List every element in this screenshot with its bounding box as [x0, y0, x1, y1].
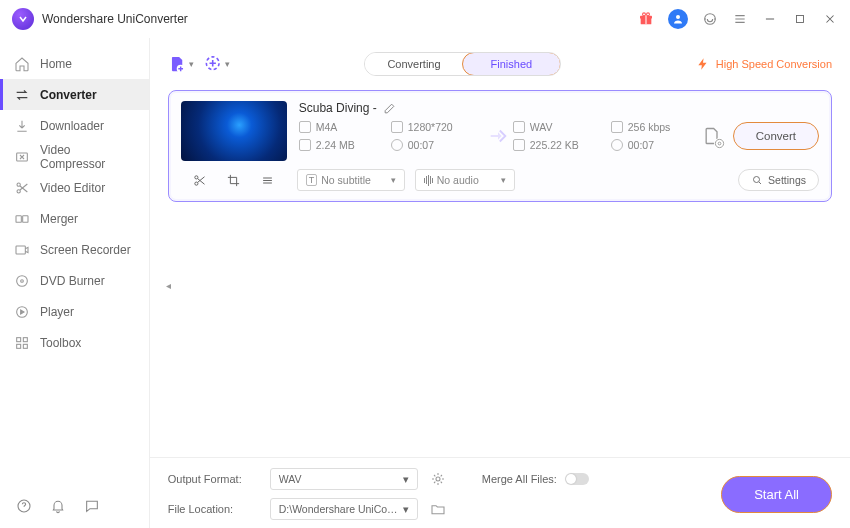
- src-filesize: 2.24 MB: [316, 139, 355, 151]
- svg-point-5: [676, 15, 680, 19]
- close-button[interactable]: [822, 11, 838, 27]
- convert-button[interactable]: Convert: [733, 122, 819, 150]
- merge-toggle[interactable]: [565, 473, 589, 485]
- svg-point-25: [718, 142, 721, 145]
- tab-finished[interactable]: Finished: [462, 52, 562, 76]
- sidebar-item-player[interactable]: Player: [0, 296, 149, 327]
- svg-rect-11: [16, 215, 21, 222]
- file-card: Scuba Diving - M4A 2.24 MB 1280*720 00:0…: [168, 90, 832, 202]
- svg-point-4: [647, 13, 650, 16]
- sidebar-item-merger[interactable]: Merger: [0, 203, 149, 234]
- arrow-right-icon: [483, 125, 513, 147]
- sidebar-item-label: Home: [40, 57, 72, 71]
- sidebar-item-label: Screen Recorder: [40, 243, 131, 257]
- sidebar-item-converter[interactable]: Converter: [0, 79, 149, 110]
- svg-rect-17: [17, 337, 21, 341]
- video-thumbnail[interactable]: [181, 101, 287, 161]
- src-format: M4A: [316, 121, 338, 133]
- svg-point-6: [705, 14, 716, 25]
- file-title: Scuba Diving -: [299, 101, 377, 115]
- open-folder-icon[interactable]: [430, 501, 446, 517]
- filesize-icon: [299, 139, 311, 151]
- audio-select[interactable]: No audio ▾: [415, 169, 515, 191]
- format-icon: [299, 121, 311, 133]
- resolution-icon: [391, 121, 403, 133]
- svg-rect-19: [17, 344, 21, 348]
- high-speed-conversion-button[interactable]: High Speed Conversion: [696, 57, 832, 71]
- svg-point-14: [17, 275, 28, 286]
- sidebar-item-screen-recorder[interactable]: Screen Recorder: [0, 234, 149, 265]
- app-logo: [12, 8, 34, 30]
- sidebar-item-video-compressor[interactable]: Video Compressor: [0, 141, 149, 172]
- svg-point-24: [715, 139, 723, 147]
- svg-point-26: [195, 175, 198, 178]
- output-format-select[interactable]: WAV ▾: [270, 468, 418, 490]
- svg-point-10: [17, 189, 20, 192]
- app-title: Wondershare UniConverter: [42, 12, 638, 26]
- record-icon: [14, 242, 30, 258]
- bell-icon[interactable]: [50, 498, 66, 514]
- gift-icon[interactable]: [638, 11, 654, 27]
- maximize-button[interactable]: [792, 11, 808, 27]
- play-icon: [14, 304, 30, 320]
- output-settings-icon[interactable]: [430, 471, 446, 487]
- file-location-value: D:\Wondershare UniConverter: [279, 503, 399, 515]
- sidebar-item-label: Downloader: [40, 119, 104, 133]
- support-icon[interactable]: [702, 11, 718, 27]
- grid-icon: [14, 335, 30, 351]
- user-avatar[interactable]: [668, 9, 688, 29]
- add-file-button[interactable]: ▾: [168, 51, 194, 77]
- sidebar-item-video-editor[interactable]: Video Editor: [0, 172, 149, 203]
- more-icon[interactable]: [260, 172, 276, 188]
- dst-format: WAV: [530, 121, 553, 133]
- chevron-down-icon: ▾: [501, 175, 506, 185]
- svg-point-28: [754, 177, 760, 183]
- duration-icon: [391, 139, 403, 151]
- sidebar-item-label: Video Compressor: [40, 143, 135, 171]
- sidebar: Home Converter Downloader Video Compress…: [0, 38, 150, 528]
- download-icon: [14, 118, 30, 134]
- output-format-label: Output Format:: [168, 473, 258, 485]
- svg-rect-12: [23, 215, 28, 222]
- subtitle-select[interactable]: TNo subtitle ▾: [297, 169, 405, 191]
- minimize-button[interactable]: [762, 11, 778, 27]
- add-folder-button[interactable]: ▾: [204, 51, 230, 77]
- titlebar: Wondershare UniConverter: [0, 0, 850, 38]
- filesize-icon: [513, 139, 525, 151]
- dst-duration: 00:07: [628, 139, 654, 151]
- home-icon: [14, 56, 30, 72]
- tab-converting[interactable]: Converting: [365, 53, 462, 75]
- feedback-icon[interactable]: [84, 498, 100, 514]
- sidebar-item-label: Video Editor: [40, 181, 105, 195]
- start-all-button[interactable]: Start All: [721, 476, 832, 513]
- output-format-icon[interactable]: [701, 125, 723, 147]
- crop-icon[interactable]: [226, 172, 242, 188]
- sidebar-item-label: Player: [40, 305, 74, 319]
- sidebar-item-home[interactable]: Home: [0, 48, 149, 79]
- bottom-bar: Output Format: WAV ▾ Merge All Files: Fi…: [150, 457, 850, 528]
- file-location-select[interactable]: D:\Wondershare UniConverter ▾: [270, 498, 418, 520]
- sidebar-item-dvd-burner[interactable]: DVD Burner: [0, 265, 149, 296]
- sidebar-item-label: Converter: [40, 88, 97, 102]
- merge-label: Merge All Files:: [482, 473, 557, 485]
- help-icon[interactable]: [16, 498, 32, 514]
- dst-filesize: 225.22 KB: [530, 139, 579, 151]
- sidebar-item-downloader[interactable]: Downloader: [0, 110, 149, 141]
- settings-button[interactable]: Settings: [738, 169, 819, 191]
- disc-icon: [14, 273, 30, 289]
- chevron-down-icon: ▾: [225, 59, 230, 69]
- hamburger-menu-icon[interactable]: [732, 11, 748, 27]
- sidebar-item-toolbox[interactable]: Toolbox: [0, 327, 149, 358]
- svg-rect-20: [23, 344, 27, 348]
- merge-icon: [14, 211, 30, 227]
- src-duration: 00:07: [408, 139, 434, 151]
- sidebar-item-label: DVD Burner: [40, 274, 105, 288]
- chevron-down-icon: ▾: [391, 175, 396, 185]
- bitrate-icon: [611, 121, 623, 133]
- svg-rect-7: [797, 16, 804, 23]
- chevron-down-icon: ▾: [403, 473, 409, 485]
- trim-icon[interactable]: [192, 172, 208, 188]
- settings-label: Settings: [768, 174, 806, 186]
- edit-title-icon[interactable]: [383, 101, 397, 115]
- output-format-value: WAV: [279, 473, 302, 485]
